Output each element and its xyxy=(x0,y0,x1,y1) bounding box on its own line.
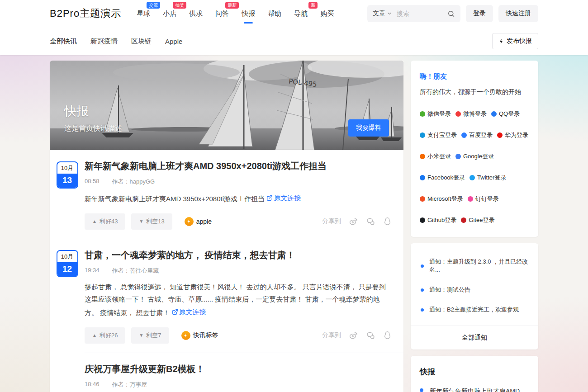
all-notices-link[interactable]: 全部通知 xyxy=(411,326,538,349)
category-subnav: 全部快讯 新冠疫情 区块链 Apple 发布快报 xyxy=(0,27,588,55)
nav-item-bulletin-active[interactable]: 快报 xyxy=(242,6,255,22)
search-input[interactable] xyxy=(397,10,444,17)
post-footer: ▲ 利好43 ▼ 利空13 apple 分享到 xyxy=(85,213,392,230)
nav-badge: 最新 xyxy=(225,2,239,9)
twitter-login[interactable]: Twitter登录 xyxy=(469,174,506,182)
dingtalk-dot-icon xyxy=(468,196,473,202)
baidu-login[interactable]: 百度登录 xyxy=(461,131,493,139)
original-link[interactable]: 原文连接 xyxy=(172,306,206,318)
post-meta: 18:46 作者：万事屋 xyxy=(85,381,392,389)
bulletin-widget-title: 快报 xyxy=(420,367,529,377)
nav-item-supply[interactable]: 供求 xyxy=(189,6,203,22)
post-author[interactable]: 作者：万事屋 xyxy=(112,381,147,389)
microsoft-login[interactable]: Microsoft登录 xyxy=(420,195,463,203)
qq-dot-icon xyxy=(491,111,497,117)
share-to-label: 分享到 xyxy=(322,331,341,340)
facebook-login[interactable]: Facebook登录 xyxy=(420,174,465,182)
nav-label: 快报 xyxy=(242,9,255,17)
bearish-button[interactable]: ▼ 利空13 xyxy=(131,213,172,230)
notice-text: 通知：B2主题接近完工，欢迎参观 xyxy=(429,306,519,314)
date-month: 10月 xyxy=(57,251,77,262)
publish-bulletin-button[interactable]: 发布快报 xyxy=(492,33,538,49)
nav-item-help[interactable]: 帮助 xyxy=(268,6,281,22)
weibo-login[interactable]: 微博登录 xyxy=(455,110,487,118)
up-triangle-icon: ▲ xyxy=(92,333,97,338)
qq-share-icon[interactable] xyxy=(383,331,392,340)
wechat-login[interactable]: 微信登录 xyxy=(420,110,451,118)
weibo-share-icon[interactable] xyxy=(349,331,358,340)
post-title[interactable]: 庆祝万事屋升级更新B2模板！ xyxy=(85,363,392,375)
login-label: 支付宝登录 xyxy=(427,131,457,139)
hero-subtitle: 这是首页快讯描述 xyxy=(64,124,122,133)
nav-item-qa[interactable]: 问答 最新 xyxy=(215,6,229,22)
notice-item[interactable]: 通知：测试公告 xyxy=(411,286,538,294)
login-button[interactable]: 登录 xyxy=(466,5,493,22)
post-title[interactable]: 甘肃，一个魂牵梦萦的地方， 疫情结束，想去甘肃！ xyxy=(85,249,392,261)
search-category-label: 文章 xyxy=(373,9,385,18)
baidu-dot-icon xyxy=(461,132,467,138)
original-link-label: 原文连接 xyxy=(179,306,206,318)
xiaomi-dot-icon xyxy=(420,154,425,159)
bullish-button[interactable]: ▲ 利好26 xyxy=(85,327,125,344)
search-icon[interactable] xyxy=(447,10,455,18)
date-badge: 10月 12 xyxy=(57,250,78,277)
tab-all-news[interactable]: 全部快讯 xyxy=(50,37,77,46)
report-news-button[interactable]: 我要爆料 xyxy=(348,119,389,137)
notice-item[interactable]: 通知：主题升级到 2.3.0 ，并且已经改名... xyxy=(411,258,538,274)
up-triangle-icon: ▲ xyxy=(92,219,97,224)
gitee-dot-icon xyxy=(461,217,466,223)
qq-share-icon[interactable] xyxy=(383,217,392,226)
nav-item-planet[interactable]: 星球 交流 xyxy=(137,6,150,22)
notice-text: 通知：测试公告 xyxy=(429,286,470,294)
tab-apple[interactable]: Apple xyxy=(165,38,182,45)
xiaomi-login[interactable]: 小米登录 xyxy=(420,152,451,161)
tab-blockchain[interactable]: 区块链 xyxy=(131,37,152,46)
alipay-login[interactable]: 支付宝登录 xyxy=(420,131,457,139)
post-author[interactable]: 作者：happyGG xyxy=(112,178,155,186)
date-day: 12 xyxy=(57,262,77,276)
post-author[interactable]: 作者：苦往心里藏 xyxy=(112,267,159,275)
post-tag[interactable]: 快讯标签 xyxy=(181,331,218,340)
site-logo[interactable]: B2Pro主题演示 xyxy=(50,7,121,20)
nav-label: 供求 xyxy=(189,9,203,17)
nav-item-navigation[interactable]: 导航 新 xyxy=(294,6,308,22)
nav-item-shop[interactable]: 小店 抽奖 xyxy=(163,6,176,22)
login-label: 微博登录 xyxy=(463,110,487,118)
github-login[interactable]: Github登录 xyxy=(420,216,456,224)
bullish-label: 利好26 xyxy=(100,331,118,340)
search-category-select[interactable]: 文章 xyxy=(373,9,392,18)
wechat-share-icon[interactable] xyxy=(366,331,375,340)
weibo-share-icon[interactable] xyxy=(349,217,358,226)
huawei-login[interactable]: 华为登录 xyxy=(497,131,528,139)
down-triangle-icon: ▼ xyxy=(139,333,143,338)
google-login[interactable]: Google登录 xyxy=(455,152,494,161)
dingtalk-login[interactable]: 钉钉登录 xyxy=(468,195,499,203)
gitee-login[interactable]: Gitee登录 xyxy=(461,216,494,224)
bolt-tag-icon xyxy=(185,217,194,226)
nav-badge: 交流 xyxy=(147,2,160,9)
bulletin-list: 新年新气象新电脑上班才爽AMD 3950x+2080ti游戏工作担当 apple… xyxy=(420,386,529,392)
wechat-share-icon[interactable] xyxy=(366,217,375,226)
facebook-dot-icon xyxy=(420,175,425,180)
post-title[interactable]: 新年新气象新电脑上班才爽AMD 3950x+2080ti游戏工作担当 xyxy=(85,160,392,172)
post-tag[interactable]: apple xyxy=(185,217,212,226)
bulletin-item-title[interactable]: 新年新气象新电脑上班才爽AMD 3950x+2080ti游戏工作担当 xyxy=(430,386,529,392)
bullet-dot-icon xyxy=(421,308,424,312)
search-box: 文章 xyxy=(367,5,460,22)
bearish-button[interactable]: ▼ 利空7 xyxy=(131,327,169,344)
qq-login[interactable]: QQ登录 xyxy=(491,110,520,118)
post-tag-label: 快讯标签 xyxy=(193,331,218,340)
nav-item-buy[interactable]: 购买 xyxy=(320,6,334,22)
register-button[interactable]: 快速注册 xyxy=(498,5,538,22)
post-tag-label: apple xyxy=(196,218,212,225)
tab-covid[interactable]: 新冠疫情 xyxy=(90,37,118,46)
bullish-label: 利好43 xyxy=(100,217,118,226)
feed-card: POL 495 快报 这是首页快讯描述 我要爆料 10月 13 xyxy=(50,61,403,392)
bullish-button[interactable]: ▲ 利好43 xyxy=(85,213,125,230)
excerpt-text: 提起甘肃， 总觉得很遥远， 知道甘肃很美！风很大！ 去过的人却不多。 只言片语说… xyxy=(85,283,386,316)
notice-item[interactable]: 通知：B2主题接近完工，欢迎参观 xyxy=(411,306,538,314)
wechat-dot-icon xyxy=(420,111,425,117)
login-label: Google登录 xyxy=(463,152,494,161)
publish-label: 发布快报 xyxy=(507,37,532,45)
original-link[interactable]: 原文连接 xyxy=(266,192,301,204)
